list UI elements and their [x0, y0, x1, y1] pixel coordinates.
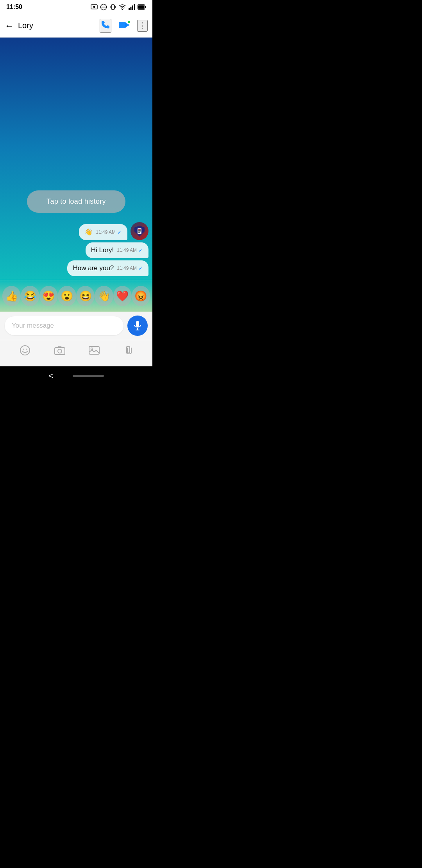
- gallery-button[interactable]: [86, 343, 102, 360]
- message-bubble: 👋 11:49 AM ✓: [79, 224, 127, 240]
- attach-button[interactable]: [121, 343, 135, 361]
- svg-rect-4: [111, 5, 114, 9]
- signal-icon: [128, 4, 135, 10]
- avatar: [131, 222, 148, 240]
- message-meta: 11:49 AM ✓: [96, 229, 122, 235]
- svg-rect-9: [131, 7, 132, 10]
- status-time: 11:50: [6, 4, 22, 11]
- emoji-keyboard-button[interactable]: [17, 343, 33, 361]
- message-row: Hi Lory! 11:49 AM ✓: [4, 242, 148, 258]
- bottom-toolbar: [0, 340, 152, 366]
- message-meta: 11:49 AM ✓: [117, 265, 143, 271]
- svg-rect-29: [55, 348, 65, 355]
- mic-icon: [133, 321, 142, 331]
- emoji-grin[interactable]: 😆: [76, 286, 95, 306]
- svg-rect-19: [138, 229, 141, 230]
- message-time: 11:49 AM: [117, 247, 137, 253]
- message-row: 👋 11:49 AM ✓: [4, 222, 148, 240]
- phone-icon: [100, 20, 111, 30]
- battery-icon: [138, 4, 146, 10]
- message-meta: 11:49 AM ✓: [117, 247, 143, 253]
- emoji-bar: 👍 😂 😍 😮 😆 👋 ❤️ 😡: [0, 280, 152, 312]
- svg-point-1: [93, 6, 95, 8]
- more-options-button[interactable]: ⋮: [137, 20, 148, 32]
- message-bubble: Hi Lory! 11:49 AM ✓: [86, 242, 148, 258]
- status-bar: 11:50: [0, 0, 152, 14]
- attach-icon: [123, 345, 133, 356]
- message-time: 11:49 AM: [117, 265, 137, 271]
- mic-button[interactable]: [127, 316, 148, 336]
- top-bar: ← Lory ⋮: [0, 14, 152, 38]
- status-icons: [91, 4, 146, 11]
- video-call-button[interactable]: [118, 21, 130, 31]
- emoji-wave[interactable]: 👋: [95, 286, 113, 306]
- vibrate-icon: [109, 4, 116, 11]
- camera-button[interactable]: [52, 343, 68, 360]
- top-actions: ⋮: [100, 19, 148, 33]
- svg-rect-15: [119, 22, 126, 28]
- svg-point-28: [26, 349, 27, 350]
- emoji-wow[interactable]: 😮: [58, 286, 76, 306]
- android-back-button[interactable]: <: [48, 371, 53, 380]
- nav-bar: <: [0, 366, 152, 385]
- svg-rect-23: [136, 321, 139, 327]
- message-text: 👋: [84, 228, 93, 236]
- message-time: 11:49 AM: [96, 230, 116, 235]
- emoji-angry[interactable]: 😡: [132, 286, 150, 306]
- message-text: How are you?: [73, 264, 114, 272]
- android-home-pill[interactable]: [73, 375, 104, 377]
- svg-point-7: [122, 9, 123, 10]
- camera-icon: [54, 346, 65, 355]
- svg-rect-10: [132, 5, 133, 10]
- emoji-heart-eyes[interactable]: 😍: [39, 286, 58, 306]
- svg-rect-21: [138, 231, 141, 232]
- emoji-laugh[interactable]: 😂: [21, 286, 39, 306]
- svg-point-32: [91, 348, 93, 350]
- svg-rect-20: [138, 230, 141, 231]
- emoji-icon: [20, 345, 30, 356]
- read-check-icon: ✓: [138, 265, 143, 271]
- input-area: [0, 312, 152, 340]
- message-row: How are you? 11:49 AM ✓: [4, 260, 148, 276]
- wifi-icon: [119, 4, 126, 10]
- messages-container: 👋 11:49 AM ✓ Hi: [0, 222, 152, 276]
- svg-rect-11: [134, 4, 135, 10]
- read-check-icon: ✓: [117, 229, 122, 235]
- svg-point-30: [58, 349, 62, 353]
- svg-rect-31: [89, 346, 99, 354]
- message-text: Hi Lory!: [91, 246, 114, 254]
- svg-rect-8: [129, 8, 130, 10]
- online-indicator: [127, 20, 131, 24]
- message-input[interactable]: [5, 316, 123, 335]
- svg-point-27: [23, 349, 24, 350]
- emoji-heart[interactable]: ❤️: [113, 286, 132, 306]
- gallery-icon: [89, 345, 100, 355]
- emoji-thumbsup[interactable]: 👍: [2, 286, 21, 306]
- message-bubble: How are you? 11:49 AM ✓: [67, 260, 148, 276]
- contact-name: Lory: [18, 21, 100, 30]
- svg-rect-13: [145, 6, 146, 8]
- screen-record-icon: [91, 4, 98, 11]
- svg-rect-22: [138, 232, 140, 233]
- avatar-icon: [133, 224, 146, 238]
- svg-rect-14: [138, 5, 144, 9]
- read-check-icon: ✓: [138, 247, 143, 253]
- chat-area: Tap to load history 👋 11:49 AM ✓: [0, 38, 152, 280]
- phone-call-button[interactable]: [100, 19, 111, 33]
- svg-point-26: [20, 346, 30, 355]
- back-button[interactable]: ←: [5, 20, 14, 31]
- no-disturb-icon: [100, 4, 107, 11]
- load-history-button[interactable]: Tap to load history: [27, 190, 125, 213]
